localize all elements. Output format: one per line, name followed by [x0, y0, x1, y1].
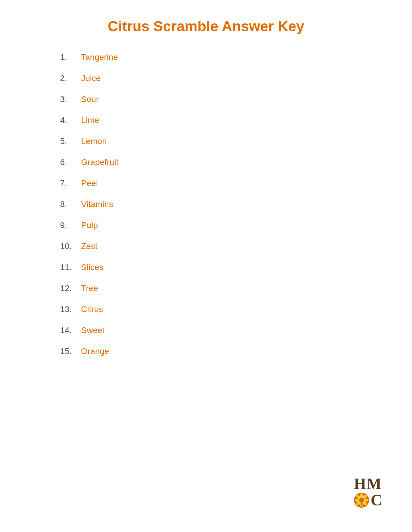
logo-oc-row: C: [354, 492, 382, 508]
item-answer: Sweet: [81, 326, 105, 335]
item-number: 13.: [60, 305, 81, 314]
svg-point-9: [359, 498, 364, 503]
item-number: 9.: [60, 221, 81, 230]
list-item: 7.Peel: [60, 179, 382, 188]
list-item: 11.Slices: [60, 263, 382, 272]
list-item: 1.Tangerine: [60, 53, 382, 62]
item-answer: Orange: [81, 347, 109, 356]
logo-flower-icon: [354, 492, 369, 508]
list-item: 2.Juice: [60, 74, 382, 83]
list-item: 13.Citrus: [60, 305, 382, 314]
item-answer: Sour: [81, 95, 99, 104]
item-number: 8.: [60, 200, 81, 209]
item-answer: Grapefruit: [81, 158, 119, 167]
item-answer: Lemon: [81, 137, 107, 146]
item-number: 11.: [60, 263, 81, 272]
item-number: 14.: [60, 326, 81, 335]
list-item: 6.Grapefruit: [60, 158, 382, 167]
item-answer: Vitamins: [81, 200, 113, 209]
item-number: 5.: [60, 137, 81, 146]
item-answer: Tree: [81, 284, 98, 293]
list-item: 9.Pulp: [60, 221, 382, 230]
list-item: 12.Tree: [60, 284, 382, 293]
answer-list: 1.Tangerine2.Juice3.Sour4.Lime5.Lemon6.G…: [60, 53, 382, 356]
item-answer: Pulp: [81, 221, 98, 230]
list-item: 10.Zest: [60, 242, 382, 251]
item-number: 2.: [60, 74, 81, 83]
item-answer: Tangerine: [81, 53, 118, 62]
logo-hm: HM: [354, 476, 382, 492]
item-number: 6.: [60, 158, 81, 167]
item-number: 4.: [60, 116, 81, 125]
item-answer: Slices: [81, 263, 104, 272]
list-item: 5.Lemon: [60, 137, 382, 146]
item-number: 12.: [60, 284, 81, 293]
item-number: 1.: [60, 53, 81, 62]
logo-c: C: [371, 492, 382, 508]
item-answer: Lime: [81, 116, 99, 125]
svg-rect-10: [361, 503, 362, 506]
page: Citrus Scramble Answer Key 1.Tangerine2.…: [0, 0, 412, 532]
item-number: 7.: [60, 179, 81, 188]
list-item: 8.Vitamins: [60, 200, 382, 209]
item-number: 15.: [60, 347, 81, 356]
item-number: 10.: [60, 242, 81, 251]
item-answer: Zest: [81, 242, 97, 251]
list-item: 3.Sour: [60, 95, 382, 104]
item-answer: Peel: [81, 179, 98, 188]
page-title: Citrus Scramble Answer Key: [30, 18, 382, 35]
list-item: 15.Orange: [60, 347, 382, 356]
list-item: 4.Lime: [60, 116, 382, 125]
list-item: 14.Sweet: [60, 326, 382, 335]
item-answer: Juice: [81, 74, 101, 83]
logo: HM C: [354, 476, 382, 508]
item-answer: Citrus: [81, 305, 103, 314]
item-number: 3.: [60, 95, 81, 104]
